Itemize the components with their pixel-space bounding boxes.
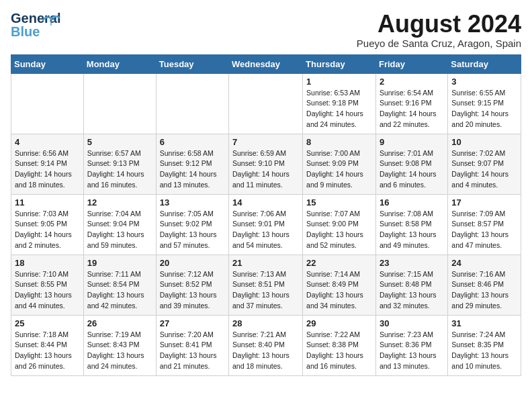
calendar-header-tuesday: Tuesday — [156, 54, 228, 73]
day-number: 17 — [451, 197, 517, 208]
day-number: 29 — [306, 318, 372, 328]
day-number: 13 — [160, 197, 225, 208]
day-number: 25 — [15, 318, 80, 328]
day-info: Sunrise: 7:20 AM Sunset: 8:41 PM Dayligh… — [160, 330, 225, 372]
day-number: 9 — [380, 137, 444, 147]
calendar-cell — [11, 73, 84, 134]
calendar-cell: 20Sunrise: 7:12 AM Sunset: 8:52 PM Dayli… — [156, 255, 228, 315]
day-info: Sunrise: 7:24 AM Sunset: 8:35 PM Dayligh… — [451, 330, 517, 372]
day-info: Sunrise: 6:56 AM Sunset: 9:14 PM Dayligh… — [15, 148, 80, 191]
calendar-cell: 11Sunrise: 7:03 AM Sunset: 9:05 PM Dayli… — [11, 194, 84, 255]
day-number: 8 — [306, 137, 372, 147]
calendar-cell: 3Sunrise: 6:55 AM Sunset: 9:15 PM Daylig… — [448, 73, 521, 134]
calendar-cell: 5Sunrise: 6:57 AM Sunset: 9:13 PM Daylig… — [83, 134, 156, 194]
calendar-cell: 13Sunrise: 7:05 AM Sunset: 9:02 PM Dayli… — [156, 194, 228, 255]
calendar-header-row: SundayMondayTuesdayWednesdayThursdayFrid… — [11, 54, 521, 73]
day-number: 15 — [306, 197, 372, 208]
day-info: Sunrise: 7:19 AM Sunset: 8:43 PM Dayligh… — [87, 330, 152, 372]
day-number: 23 — [380, 258, 444, 268]
day-info: Sunrise: 7:07 AM Sunset: 9:00 PM Dayligh… — [306, 209, 372, 251]
day-number: 4 — [15, 137, 80, 147]
calendar-cell: 15Sunrise: 7:07 AM Sunset: 9:00 PM Dayli… — [303, 194, 376, 255]
calendar-cell — [83, 73, 156, 134]
calendar-week-row: 1Sunrise: 6:53 AM Sunset: 9:18 PM Daylig… — [11, 73, 521, 134]
calendar-cell: 16Sunrise: 7:08 AM Sunset: 8:58 PM Dayli… — [375, 194, 447, 255]
day-number: 6 — [160, 137, 225, 147]
calendar-header-thursday: Thursday — [303, 54, 376, 73]
day-number: 3 — [451, 77, 517, 87]
calendar-cell: 21Sunrise: 7:13 AM Sunset: 8:51 PM Dayli… — [229, 255, 303, 315]
calendar-cell: 27Sunrise: 7:20 AM Sunset: 8:41 PM Dayli… — [156, 315, 228, 375]
day-number: 1 — [306, 77, 372, 87]
day-info: Sunrise: 7:12 AM Sunset: 8:52 PM Dayligh… — [160, 269, 225, 312]
calendar-table: SundayMondayTuesdayWednesdayThursdayFrid… — [11, 54, 521, 376]
calendar-week-row: 18Sunrise: 7:10 AM Sunset: 8:55 PM Dayli… — [11, 255, 521, 315]
calendar-cell: 9Sunrise: 7:01 AM Sunset: 9:08 PM Daylig… — [375, 134, 447, 194]
calendar-week-row: 25Sunrise: 7:18 AM Sunset: 8:44 PM Dayli… — [11, 315, 521, 375]
calendar-header-monday: Monday — [83, 54, 156, 73]
page-title: August 2024 — [357, 11, 521, 38]
day-info: Sunrise: 7:00 AM Sunset: 9:09 PM Dayligh… — [306, 148, 372, 191]
calendar-cell: 4Sunrise: 6:56 AM Sunset: 9:14 PM Daylig… — [11, 134, 84, 194]
calendar-week-row: 11Sunrise: 7:03 AM Sunset: 9:05 PM Dayli… — [11, 194, 521, 255]
day-info: Sunrise: 7:14 AM Sunset: 8:49 PM Dayligh… — [306, 269, 372, 312]
calendar-cell: 22Sunrise: 7:14 AM Sunset: 8:49 PM Dayli… — [303, 255, 376, 315]
day-number: 26 — [87, 318, 152, 328]
calendar-cell: 25Sunrise: 7:18 AM Sunset: 8:44 PM Dayli… — [11, 315, 84, 375]
day-info: Sunrise: 7:16 AM Sunset: 8:46 PM Dayligh… — [451, 269, 517, 312]
day-number: 10 — [451, 137, 517, 147]
calendar-cell: 18Sunrise: 7:10 AM Sunset: 8:55 PM Dayli… — [11, 255, 84, 315]
day-info: Sunrise: 6:55 AM Sunset: 9:15 PM Dayligh… — [451, 88, 517, 130]
calendar-cell: 24Sunrise: 7:16 AM Sunset: 8:46 PM Dayli… — [448, 255, 521, 315]
day-info: Sunrise: 7:21 AM Sunset: 8:40 PM Dayligh… — [232, 330, 299, 372]
calendar-cell: 10Sunrise: 7:02 AM Sunset: 9:07 PM Dayli… — [448, 134, 521, 194]
day-number: 19 — [87, 258, 152, 268]
day-number: 20 — [160, 258, 225, 268]
day-info: Sunrise: 7:11 AM Sunset: 8:54 PM Dayligh… — [87, 269, 152, 312]
day-info: Sunrise: 7:05 AM Sunset: 9:02 PM Dayligh… — [160, 209, 225, 251]
calendar-header-friday: Friday — [375, 54, 447, 73]
calendar-cell: 12Sunrise: 7:04 AM Sunset: 9:04 PM Dayli… — [83, 194, 156, 255]
calendar-cell: 2Sunrise: 6:54 AM Sunset: 9:16 PM Daylig… — [375, 73, 447, 134]
calendar-cell: 7Sunrise: 6:59 AM Sunset: 9:10 PM Daylig… — [229, 134, 303, 194]
day-number: 7 — [232, 137, 299, 147]
calendar-cell: 8Sunrise: 7:00 AM Sunset: 9:09 PM Daylig… — [303, 134, 376, 194]
day-info: Sunrise: 7:03 AM Sunset: 9:05 PM Dayligh… — [15, 209, 80, 251]
day-info: Sunrise: 6:54 AM Sunset: 9:16 PM Dayligh… — [380, 88, 444, 130]
day-number: 18 — [15, 258, 80, 268]
calendar-header-sunday: Sunday — [11, 54, 84, 73]
calendar-header-saturday: Saturday — [448, 54, 521, 73]
day-info: Sunrise: 7:09 AM Sunset: 8:57 PM Dayligh… — [451, 209, 517, 251]
calendar-cell: 1Sunrise: 6:53 AM Sunset: 9:18 PM Daylig… — [303, 73, 376, 134]
calendar-cell — [156, 73, 228, 134]
calendar-week-row: 4Sunrise: 6:56 AM Sunset: 9:14 PM Daylig… — [11, 134, 521, 194]
day-info: Sunrise: 7:06 AM Sunset: 9:01 PM Dayligh… — [232, 209, 299, 251]
calendar-cell: 31Sunrise: 7:24 AM Sunset: 8:35 PM Dayli… — [448, 315, 521, 375]
calendar-cell: 23Sunrise: 7:15 AM Sunset: 8:48 PM Dayli… — [375, 255, 447, 315]
day-info: Sunrise: 6:59 AM Sunset: 9:10 PM Dayligh… — [232, 148, 299, 191]
day-number: 22 — [306, 258, 372, 268]
day-info: Sunrise: 7:02 AM Sunset: 9:07 PM Dayligh… — [451, 148, 517, 191]
day-number: 27 — [160, 318, 225, 328]
day-info: Sunrise: 7:04 AM Sunset: 9:04 PM Dayligh… — [87, 209, 152, 251]
day-info: Sunrise: 7:01 AM Sunset: 9:08 PM Dayligh… — [380, 148, 444, 191]
day-number: 31 — [451, 318, 517, 328]
calendar-cell: 28Sunrise: 7:21 AM Sunset: 8:40 PM Dayli… — [229, 315, 303, 375]
page-subtitle: Pueyo de Santa Cruz, Aragon, Spain — [357, 38, 521, 49]
calendar-cell: 26Sunrise: 7:19 AM Sunset: 8:43 PM Dayli… — [83, 315, 156, 375]
calendar-cell: 14Sunrise: 7:06 AM Sunset: 9:01 PM Dayli… — [229, 194, 303, 255]
day-info: Sunrise: 6:53 AM Sunset: 9:18 PM Dayligh… — [306, 88, 372, 130]
day-info: Sunrise: 6:58 AM Sunset: 9:12 PM Dayligh… — [160, 148, 225, 191]
day-info: Sunrise: 7:18 AM Sunset: 8:44 PM Dayligh… — [15, 330, 80, 372]
day-number: 14 — [232, 197, 299, 208]
calendar-header-wednesday: Wednesday — [229, 54, 303, 73]
logo: General Blue — [11, 11, 43, 38]
day-number: 16 — [380, 197, 444, 208]
day-number: 24 — [451, 258, 517, 268]
day-info: Sunrise: 7:15 AM Sunset: 8:48 PM Dayligh… — [380, 269, 444, 312]
calendar-cell: 29Sunrise: 7:22 AM Sunset: 8:38 PM Dayli… — [303, 315, 376, 375]
logo-bird-icon — [42, 13, 60, 27]
day-number: 30 — [380, 318, 444, 328]
day-number: 11 — [15, 197, 80, 208]
day-number: 21 — [232, 258, 299, 268]
